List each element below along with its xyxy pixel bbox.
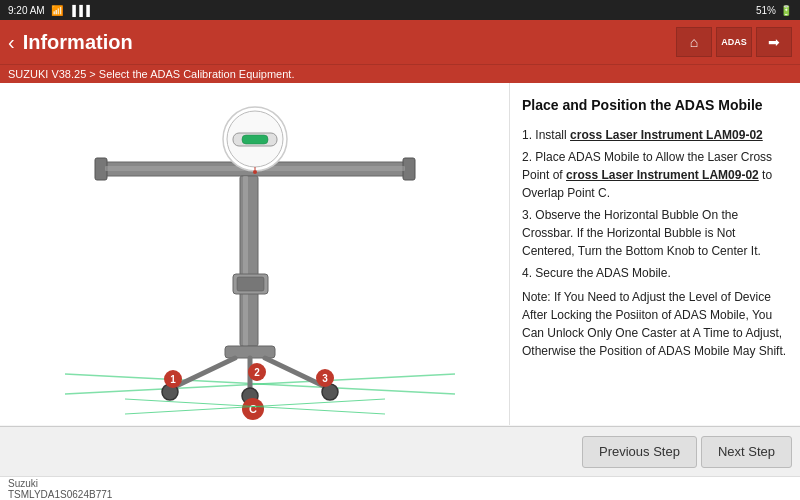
battery-icon: 🔋 bbox=[780, 5, 792, 16]
page-title: Information bbox=[23, 31, 133, 54]
step-3: 3. Observe the Horizontal Bubble On the … bbox=[522, 206, 788, 260]
step-1: 1. Install cross Laser Instrument LAM09-… bbox=[522, 126, 788, 144]
header: ‹ Information ⌂ ADAS ➡ bbox=[0, 20, 800, 64]
step-4: 4. Secure the ADAS Mobile. bbox=[522, 264, 788, 282]
exit-button[interactable]: ➡ bbox=[756, 27, 792, 57]
svg-text:2: 2 bbox=[254, 367, 260, 378]
svg-rect-13 bbox=[243, 176, 248, 346]
breadcrumb-text: SUZUKI V38.25 > Select the ADAS Calibrat… bbox=[8, 68, 294, 80]
status-left: 9:20 AM 📶 ▐▐▐ bbox=[8, 5, 90, 16]
main-content: 1 2 3 C Place and Position the ADAS Mobi… bbox=[0, 83, 800, 425]
svg-rect-15 bbox=[237, 277, 264, 291]
header-icons: ⌂ ADAS ➡ bbox=[676, 27, 792, 57]
previous-step-button[interactable]: Previous Step bbox=[582, 436, 697, 468]
home-button[interactable]: ⌂ bbox=[676, 27, 712, 57]
right-panel: Place and Position the ADAS Mobile 1. In… bbox=[510, 83, 800, 425]
step-1-link: cross Laser Instrument LAM09-02 bbox=[570, 128, 763, 142]
home-icon: ⌂ bbox=[690, 34, 698, 50]
header-left: ‹ Information bbox=[8, 31, 133, 54]
instruction-title: Place and Position the ADAS Mobile bbox=[522, 95, 788, 116]
device-code: TSMLYDA1S0624B771 bbox=[8, 489, 112, 500]
signal-icon: ▐▐▐ bbox=[69, 5, 90, 16]
note-text: Note: If You Need to Adjust the Level of… bbox=[522, 288, 788, 360]
next-step-button[interactable]: Next Step bbox=[701, 436, 792, 468]
svg-text:1: 1 bbox=[170, 374, 176, 385]
status-bar: 9:20 AM 📶 ▐▐▐ 51% 🔋 bbox=[0, 0, 800, 20]
brand-label: Suzuki bbox=[8, 478, 38, 489]
time-display: 9:20 AM bbox=[8, 5, 45, 16]
step-2: 2. Place ADAS Mobile to Allow the Laser … bbox=[522, 148, 788, 202]
adas-illustration: 1 2 3 C bbox=[0, 83, 509, 425]
exit-icon: ➡ bbox=[768, 34, 780, 50]
back-button[interactable]: ‹ bbox=[8, 31, 15, 54]
svg-text:3: 3 bbox=[322, 373, 328, 384]
svg-rect-12 bbox=[240, 176, 258, 346]
status-right: 51% 🔋 bbox=[756, 5, 792, 16]
svg-point-11 bbox=[253, 170, 257, 174]
adas-icon: ADAS bbox=[721, 37, 747, 47]
svg-rect-9 bbox=[242, 135, 268, 144]
bottom-bar: Previous Step Next Step bbox=[0, 426, 800, 476]
wifi-icon: 📶 bbox=[51, 5, 63, 16]
adas-device-svg: 1 2 3 C bbox=[15, 84, 495, 424]
footer: Suzuki TSMLYDA1S0624B771 bbox=[0, 476, 800, 500]
footer-content: Suzuki TSMLYDA1S0624B771 bbox=[8, 478, 112, 500]
battery-display: 51% bbox=[756, 5, 776, 16]
adas-button[interactable]: ADAS bbox=[716, 27, 752, 57]
svg-text:C: C bbox=[249, 403, 257, 415]
left-panel: 1 2 3 C bbox=[0, 83, 510, 425]
breadcrumb: SUZUKI V38.25 > Select the ADAS Calibrat… bbox=[0, 64, 800, 83]
step-2-link: cross Laser Instrument LAM09-02 bbox=[566, 168, 759, 182]
